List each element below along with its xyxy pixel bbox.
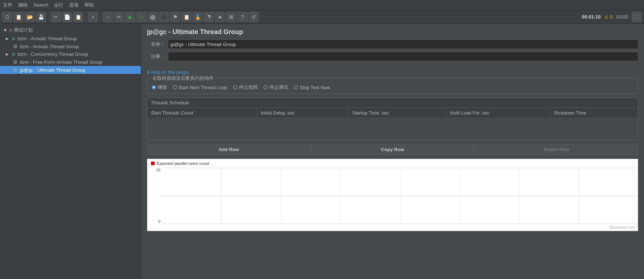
menubar: 文件 编辑 Search 运行 选项 帮助 — [0, 0, 644, 10]
y-label-9: 9 — [158, 219, 160, 224]
comment-label: 注释： — [147, 53, 165, 60]
refresh-button[interactable]: ↺ — [249, 12, 259, 22]
sidebar-item-4-icon: ⚙ — [13, 67, 18, 73]
chart-watermark: blazemeter.com — [609, 225, 635, 229]
paste-button[interactable]: 📋 — [73, 12, 83, 22]
sidebar-item-0-arrow: ▶ — [6, 37, 9, 41]
delete-row-button[interactable]: Delete Row — [475, 144, 638, 155]
name-row: 名称： — [147, 39, 638, 49]
play-button[interactable]: ▶ — [125, 12, 135, 22]
panel-title: jp@gc - Ultimate Thread Group — [141, 24, 644, 39]
fullscreen-button[interactable]: ⛶ — [632, 12, 642, 22]
y-label-10: 10 — [156, 168, 160, 172]
arrow-right-button[interactable]: ➤ — [215, 12, 225, 22]
radio-stop-test-circle — [264, 85, 268, 89]
edit-button[interactable]: ✏ — [114, 12, 124, 22]
radio-stop-thread-circle — [233, 85, 237, 89]
form-section: 名称： 注释： — [141, 39, 644, 68]
radio-next-loop-label: Start Next Thread Loop — [178, 85, 227, 90]
sidebar-item-2[interactable]: ▶ ⚙ bzm - Concurrency Thread Group — [0, 50, 141, 58]
radio-stop-test-now[interactable]: Stop Test Now — [294, 85, 330, 90]
sidebar-item-3[interactable]: ⚙ bzm - Free-Form Arrivals Thread Group — [0, 58, 141, 66]
radio-next-loop[interactable]: Start Next Thread Loop — [173, 85, 227, 90]
col-start-threads: Start Threads Count — [147, 108, 257, 118]
menu-help[interactable]: 帮助 — [84, 2, 94, 8]
menu-options[interactable]: 选项 — [69, 2, 79, 8]
chart-legend: Expected parallel users count — [151, 161, 209, 166]
stop-button[interactable]: ⬛ — [159, 12, 169, 22]
radio-continue-label: 继续 — [157, 84, 167, 91]
sidebar-item-2-icon: ⚙ — [12, 52, 16, 57]
help-button[interactable]: ? — [237, 12, 248, 22]
col-shutdown: Shutdown Time — [550, 108, 638, 118]
open-button[interactable]: 📂 — [25, 12, 35, 22]
sidebar: ▼ A 测试计划 ▶ ⚙ bzm - Arrivals Thread Group… — [0, 24, 141, 279]
sidebar-item-0-icon: ⚙ — [12, 36, 16, 41]
schedule-table: Start Threads Count Initial Delay, sec S… — [147, 108, 638, 140]
copy-row-button[interactable]: Copy Row — [311, 144, 475, 155]
menu-edit[interactable]: 编辑 — [18, 2, 28, 8]
radio-stop-thread[interactable]: 停止线程 — [233, 84, 258, 91]
sidebar-item-3-label: bzm - Free-Form Arrivals Thread Group — [20, 59, 102, 65]
radio-stop-test-label: 停止测试 — [269, 84, 288, 91]
stop-circle-button[interactable]: ⬤ — [148, 12, 158, 22]
sidebar-root-label: 测试计划 — [14, 27, 33, 33]
comment-input[interactable] — [168, 52, 638, 61]
clipboard-button[interactable]: 📋 — [181, 12, 191, 22]
menu-search[interactable]: Search — [33, 2, 48, 8]
sidebar-item-0[interactable]: ▶ ⚙ bzm - Arrivals Thread Group — [0, 35, 141, 42]
button-row: Add Row Copy Row Delete Row — [147, 144, 638, 155]
add-row-button[interactable]: Add Row — [147, 144, 311, 155]
flag-button[interactable]: ⚑ — [170, 12, 180, 22]
grid-button[interactable]: ⊞ — [226, 12, 236, 22]
minus-button[interactable]: − — [103, 12, 113, 22]
sidebar-item-2-label: bzm - Concurrency Thread Group — [18, 51, 88, 57]
col-initial-delay: Initial Delay, sec — [257, 108, 349, 118]
sidebar-item-2-arrow: ▶ — [6, 52, 9, 56]
help-link-text[interactable]: Help on this plugin — [150, 70, 189, 75]
binoculars-button[interactable]: 🔭 — [204, 12, 214, 22]
radio-continue[interactable]: 继续 — [152, 84, 167, 91]
sidebar-item-1[interactable]: ⚙ bzm - Arrivals Thread Group — [0, 42, 141, 50]
new-button[interactable]: 🗋 — [2, 12, 12, 22]
info-icon: ℹ — [147, 69, 149, 75]
comment-row: 注释： — [147, 52, 638, 61]
col-startup-time: Startup Time, sec — [349, 108, 446, 118]
sidebar-item-0-label: bzm - Arrivals Thread Group — [18, 36, 77, 41]
chart-grid-lines — [162, 168, 638, 224]
badge-button[interactable]: 🏅 — [193, 12, 203, 22]
main-layout: ▼ A 测试计划 ▶ ⚙ bzm - Arrivals Thread Group… — [0, 24, 644, 279]
add-button[interactable]: + — [88, 12, 98, 22]
schedule-title: Threads Schedule — [147, 98, 638, 108]
radio-next-loop-circle — [173, 85, 177, 89]
radio-continue-circle — [152, 85, 156, 89]
play-alt-button[interactable]: ▷ — [136, 12, 147, 22]
radio-stop-test-now-label: Stop Test Now — [300, 85, 330, 90]
radio-stop-test[interactable]: 停止测试 — [264, 84, 288, 91]
name-label: 名称： — [147, 41, 165, 47]
warning-indicator: ⚠ 0 — [604, 14, 613, 20]
error-section-title: 在取样器错误后要执行的动作 — [151, 75, 215, 82]
warning-icon: ⚠ — [604, 14, 609, 20]
menu-run[interactable]: 运行 — [54, 2, 63, 8]
help-link[interactable]: ℹ Help on this plugin — [141, 68, 644, 78]
toolbar-separator-3 — [100, 13, 101, 21]
sidebar-item-1-label: bzm - Arrivals Thread Group — [20, 44, 79, 49]
menu-file[interactable]: 文件 — [3, 2, 12, 8]
col-hold-load: Hold Load For, sec — [446, 108, 550, 118]
sidebar-root-icon: A — [9, 28, 12, 33]
chart-section: Expected parallel users count blazemeter… — [147, 159, 638, 231]
vgrid-2 — [281, 168, 281, 224]
chart-yaxis: 10 9 — [147, 168, 162, 224]
grid-line-bottom — [162, 224, 638, 224]
save-button[interactable]: 💾 — [36, 12, 46, 22]
copy-button[interactable]: 📄 — [62, 12, 72, 22]
name-input[interactable] — [168, 39, 638, 49]
sidebar-item-3-icon: ⚙ — [13, 59, 18, 65]
open-template-button[interactable]: 📋 — [13, 12, 24, 22]
sidebar-root-arrow: ▼ — [3, 28, 8, 33]
sidebar-item-4[interactable]: ⚙ jp@gc - Ultimate Thread Group — [0, 66, 141, 74]
error-action-section: 在取样器错误后要执行的动作 继续 Start Next Thread Loop … — [147, 78, 638, 94]
cut-button[interactable]: ✂ — [51, 12, 61, 22]
sidebar-item-1-icon: ⚙ — [13, 43, 18, 49]
